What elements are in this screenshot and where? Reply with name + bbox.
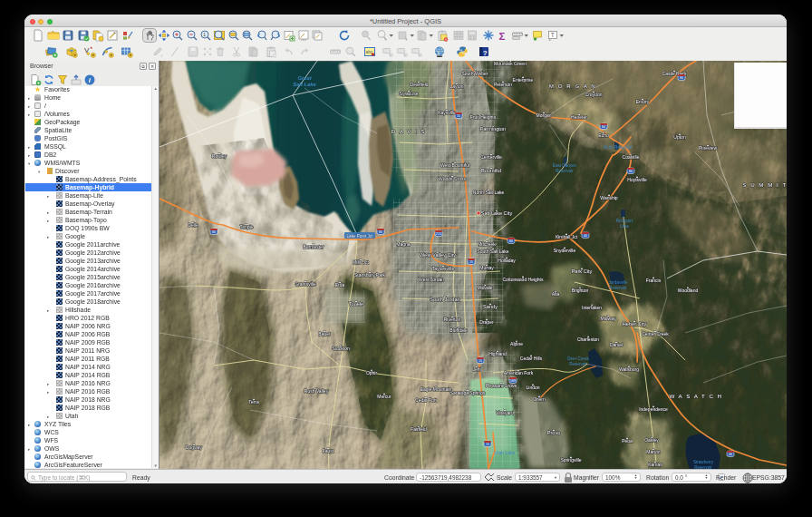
svg-text:Pineview: Pineview xyxy=(699,145,717,151)
svg-text:Lindon: Lindon xyxy=(526,385,539,390)
svg-text:Kimball Jct: Kimball Jct xyxy=(556,234,578,239)
svg-text:Taylorsville: Taylorsville xyxy=(432,266,455,271)
svg-text:40: 40 xyxy=(729,453,732,456)
svg-text:Saratoga Springs: Saratoga Springs xyxy=(450,390,486,395)
svg-text:15: 15 xyxy=(469,260,473,264)
svg-text:80: 80 xyxy=(212,230,216,234)
svg-text:Park City: Park City xyxy=(572,268,593,274)
svg-text:Henefer: Henefer xyxy=(571,114,587,120)
svg-text:West Bountiful: West Bountiful xyxy=(440,162,469,168)
svg-text:Fairfield: Fairfield xyxy=(411,426,427,432)
svg-text:Eagle Mountain: Eagle Mountain xyxy=(420,386,452,392)
svg-text:Pleasant Grove: Pleasant Grove xyxy=(486,383,517,388)
svg-text:Echo Reservoir: Echo Reservoir xyxy=(604,145,633,150)
svg-text:Delle: Delle xyxy=(188,222,198,228)
svg-text:Riverton: Riverton xyxy=(444,317,461,322)
svg-text:Midway: Midway xyxy=(601,316,616,321)
svg-text:Stockton: Stockton xyxy=(332,346,350,351)
svg-text:Σ: Σ xyxy=(499,31,506,42)
svg-text:Charleston: Charleston xyxy=(577,337,599,342)
svg-text:South Weber: South Weber xyxy=(461,71,488,76)
svg-text:Provo: Provo xyxy=(547,430,561,435)
svg-text:Reservoir: Reservoir xyxy=(609,286,627,290)
svg-text:Woods Cross: Woods Cross xyxy=(439,176,466,181)
svg-text:Bluffdale: Bluffdale xyxy=(450,327,468,333)
svg-text:Brighton: Brighton xyxy=(572,288,589,293)
svg-text:Heber City: Heber City xyxy=(623,321,647,327)
svg-text:?: ? xyxy=(483,49,488,57)
svg-text:Interlaken: Interlaken xyxy=(582,305,602,310)
svg-text:Emory: Emory xyxy=(636,99,650,104)
svg-text:Clearfield: Clearfield xyxy=(409,82,428,87)
svg-text:Center Creek: Center Creek xyxy=(642,331,669,337)
svg-text:Mountain Green: Mountain Green xyxy=(494,61,527,66)
svg-text:Strawberry: Strawberry xyxy=(693,460,714,464)
svg-text:Hoytsville: Hoytsville xyxy=(627,177,647,182)
svg-text:40: 40 xyxy=(584,234,587,238)
svg-text:Rowley: Rowley xyxy=(212,153,227,159)
svg-text:Great: Great xyxy=(297,75,312,81)
svg-text:80: 80 xyxy=(629,170,633,173)
svg-text:Mills Jct: Mills Jct xyxy=(353,259,369,265)
svg-text:Reservoir: Reservoir xyxy=(556,169,574,173)
svg-text:Timpie: Timpie xyxy=(240,224,254,229)
svg-text:South Jordan: South Jordan xyxy=(430,297,459,302)
svg-text:Peoa: Peoa xyxy=(622,438,633,444)
svg-text:Centerville: Centerville xyxy=(480,154,502,160)
svg-text:W A S A T C H: W A S A T C H xyxy=(669,393,722,399)
svg-text:Farmington: Farmington xyxy=(480,126,506,132)
svg-text:Utah Lake: Utah Lake xyxy=(495,450,516,455)
svg-text:Cottonwood Heights: Cottonwood Heights xyxy=(502,277,544,282)
svg-text:T: T xyxy=(551,32,555,38)
svg-text:Orem: Orem xyxy=(533,396,546,402)
svg-text:Daniel: Daniel xyxy=(610,342,623,347)
svg-text:Tooele: Tooele xyxy=(349,301,363,307)
svg-text:Grantsville: Grantsville xyxy=(295,281,316,287)
svg-text:M O R G A N: M O R G A N xyxy=(549,83,596,89)
svg-text:Dugway: Dugway xyxy=(186,444,203,450)
svg-text:Coalville: Coalville xyxy=(623,154,640,160)
svg-text:84: 84 xyxy=(602,125,605,129)
svg-text:Oakley: Oakley xyxy=(644,437,659,443)
svg-text:South Salt Lake: South Salt Lake xyxy=(477,249,509,254)
svg-text:Layton: Layton xyxy=(450,83,463,89)
svg-text:Faust: Faust xyxy=(323,448,334,454)
svg-text:Salt Lake: Salt Lake xyxy=(293,82,316,87)
svg-text:West Jordan: West Jordan xyxy=(419,277,444,282)
svg-text:Morgan: Morgan xyxy=(536,112,552,118)
svg-text:Marion: Marion xyxy=(646,449,661,454)
svg-text:Lake Point Jct: Lake Point Jct xyxy=(347,234,374,239)
svg-text:Holladay: Holladay xyxy=(498,258,516,263)
svg-text:Bountiful: Bountiful xyxy=(481,168,501,173)
svg-text:East Canyon: East Canyon xyxy=(553,163,577,168)
svg-text:Mercur: Mercur xyxy=(377,394,392,399)
svg-text:Springville: Springville xyxy=(560,457,581,463)
svg-text:Murray: Murray xyxy=(479,265,494,270)
svg-text:Highland: Highland xyxy=(488,351,507,356)
svg-text:Cedar Hills: Cedar Hills xyxy=(520,356,543,361)
svg-text:D A V I S: D A V I S xyxy=(392,128,426,134)
svg-text:Vineyard: Vineyard xyxy=(496,410,514,415)
svg-text:Erda: Erda xyxy=(335,282,345,288)
svg-text:West Valley City: West Valley City xyxy=(420,252,456,258)
svg-text:Ophir: Ophir xyxy=(366,370,378,376)
svg-text:Lake: Lake xyxy=(620,224,629,229)
svg-text:S U M M I T: S U M M I T xyxy=(742,181,787,188)
svg-text:Fruit Heights: Fruit Heights xyxy=(470,114,497,120)
svg-text:Alpine: Alpine xyxy=(510,341,523,346)
svg-text:Jordanelle: Jordanelle xyxy=(608,280,628,285)
svg-text:15: 15 xyxy=(457,114,460,118)
svg-text:Salt Lake City: Salt Lake City xyxy=(481,210,513,216)
svg-text:Millcreek: Millcreek xyxy=(478,241,496,247)
svg-text:Echo: Echo xyxy=(598,132,609,138)
svg-text:15: 15 xyxy=(486,443,489,446)
svg-text:Independence: Independence xyxy=(639,406,668,412)
svg-text:Upton: Upton xyxy=(673,134,686,140)
svg-text:Lehi: Lehi xyxy=(472,366,480,372)
svg-text:Wallsburg: Wallsburg xyxy=(619,366,639,372)
svg-text:Reservoir: Reservoir xyxy=(569,362,587,366)
svg-text:Kamas: Kamas xyxy=(648,462,662,467)
svg-text:Syracuse: Syracuse xyxy=(400,91,419,96)
svg-text:80: 80 xyxy=(509,239,513,243)
svg-text:80: 80 xyxy=(379,230,382,234)
